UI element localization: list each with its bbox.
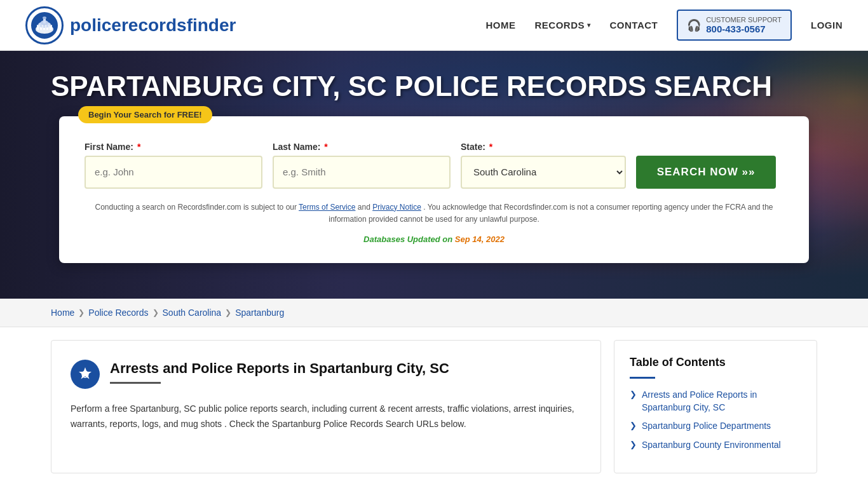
logo-area: policerecordsfinder	[25, 6, 236, 44]
first-name-label: First Name: *	[85, 142, 262, 152]
state-select[interactable]: South Carolina Alabama Alaska Arizona Ca…	[461, 156, 626, 189]
last-name-label-text: Last Name:	[273, 142, 320, 152]
breadcrumb-sep-1: ❯	[78, 308, 85, 317]
toc-item-1[interactable]: ❯ Arrests and Police Reports in Spartanb…	[630, 389, 801, 414]
first-name-label-text: First Name:	[85, 142, 133, 152]
db-updated-label: Databases Updated on	[363, 234, 452, 244]
free-badge: Begin Your Search for FREE!	[78, 106, 212, 123]
breadcrumb-police-records[interactable]: Police Records	[88, 308, 148, 318]
main-nav: HOME RECORDS ▾ CONTACT 🎧 CUSTOMER SUPPOR…	[485, 10, 843, 41]
toc-link-3[interactable]: Spartanburg County Environmental	[642, 439, 781, 452]
svg-rect-9	[45, 25, 46, 30]
toc-link-2[interactable]: Spartanburg Police Departments	[642, 420, 771, 433]
article-title: Arrests and Police Reports in Spartanbur…	[110, 360, 449, 378]
toc-box: Table of Contents ❯ Arrests and Police R…	[614, 340, 817, 473]
nav-login[interactable]: LOGIN	[811, 20, 843, 30]
disclaimer-and: and	[358, 203, 372, 212]
support-number: 800-433-0567	[706, 24, 782, 34]
toc-item-2[interactable]: ❯ Spartanburg Police Departments	[630, 420, 801, 433]
state-group: State: * South Carolina Alabama Alaska A…	[461, 142, 626, 189]
toc-arrow-3: ❯	[630, 440, 637, 449]
badge-icon	[71, 360, 100, 389]
toc-arrow-1: ❯	[630, 390, 637, 399]
search-button[interactable]: SEARCH NOW »»	[636, 156, 776, 189]
svg-rect-7	[39, 25, 40, 30]
support-label: CUSTOMER SUPPORT	[706, 16, 782, 24]
toc-title: Table of Contents	[630, 356, 801, 369]
first-name-input[interactable]	[85, 156, 262, 189]
terms-of-service-link[interactable]: Terms of Service	[299, 203, 355, 212]
breadcrumb-sep-2: ❯	[153, 308, 159, 317]
header: policerecordsfinder HOME RECORDS ▾ CONTA…	[0, 0, 868, 51]
nav-records-label: RECORDS	[534, 20, 585, 30]
svg-rect-8	[42, 25, 43, 30]
page-title: SPARTANBURG CITY, SC POLICE RECORDS SEAR…	[51, 70, 772, 104]
sidebar: Table of Contents ❯ Arrests and Police R…	[614, 340, 817, 473]
breadcrumb-current: Spartanburg	[235, 308, 284, 318]
svg-point-12	[84, 373, 87, 376]
breadcrumb-sep-3: ❯	[225, 308, 231, 317]
chevron-down-icon: ▾	[587, 22, 591, 29]
title-underline	[110, 382, 161, 384]
nav-records[interactable]: RECORDS ▾	[534, 20, 590, 30]
required-star: *	[137, 142, 140, 152]
support-text: CUSTOMER SUPPORT 800-433-0567	[706, 16, 782, 34]
privacy-notice-link[interactable]: Privacy Notice	[372, 203, 421, 212]
toc-arrow-2: ❯	[630, 421, 637, 430]
nav-contact[interactable]: CONTACT	[610, 20, 658, 30]
first-name-group: First Name: *	[85, 142, 262, 189]
main-content: Arrests and Police Reports in Spartanbur…	[51, 340, 601, 473]
logo-finder-text: finder	[187, 15, 236, 35]
breadcrumb-south-carolina[interactable]: South Carolina	[163, 308, 222, 318]
article-header: Arrests and Police Reports in Spartanbur…	[71, 360, 581, 389]
disclaimer-prefix: Conducting a search on Recordsfinder.com…	[95, 203, 299, 212]
disclaimer-text: Conducting a search on Recordsfinder.com…	[85, 201, 783, 226]
last-name-group: Last Name: *	[273, 142, 451, 189]
svg-point-6	[43, 17, 46, 19]
content-area: Arrests and Police Reports in Spartanbur…	[0, 327, 868, 486]
customer-support-button[interactable]: 🎧 CUSTOMER SUPPORT 800-433-0567	[677, 10, 792, 41]
logo-icon	[25, 6, 64, 44]
state-label: State: *	[461, 142, 626, 152]
logo-text: policerecordsfinder	[70, 15, 236, 36]
nav-home[interactable]: HOME	[485, 20, 515, 30]
last-name-label: Last Name: *	[273, 142, 451, 152]
search-form: First Name: * Last Name: * State: * So	[85, 142, 783, 189]
svg-rect-10	[48, 25, 50, 30]
last-name-input[interactable]	[273, 156, 451, 189]
search-card: Begin Your Search for FREE! First Name: …	[59, 116, 809, 263]
article-body: Perform a free Spartanburg, SC public po…	[71, 402, 581, 432]
state-label-text: State:	[461, 142, 485, 152]
toc-link-1[interactable]: Arrests and Police Reports in Spartanbur…	[642, 389, 801, 414]
breadcrumb: Home ❯ Police Records ❯ South Carolina ❯…	[0, 299, 868, 327]
db-updated-date: Sep 14, 2022	[455, 234, 505, 244]
logo-police-text: policerecords	[70, 15, 187, 35]
db-updated: Databases Updated on Sep 14, 2022	[85, 234, 783, 244]
toc-divider	[630, 377, 655, 379]
required-star-3: *	[489, 142, 492, 152]
breadcrumb-home[interactable]: Home	[51, 308, 74, 318]
required-star-2: *	[324, 142, 327, 152]
headset-icon: 🎧	[687, 18, 701, 32]
toc-item-3[interactable]: ❯ Spartanburg County Environmental	[630, 439, 801, 452]
hero-section: SPARTANBURG CITY, SC POLICE RECORDS SEAR…	[0, 51, 868, 299]
article-title-group: Arrests and Police Reports in Spartanbur…	[110, 360, 449, 384]
